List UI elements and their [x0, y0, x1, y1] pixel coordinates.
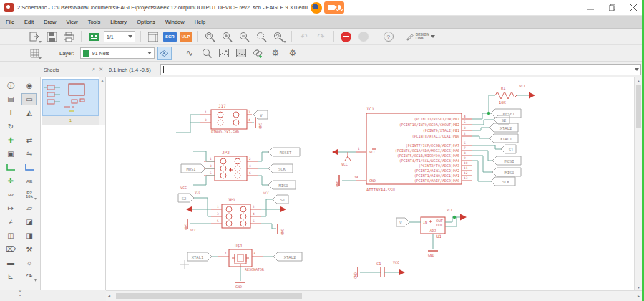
supply-gnd-jp1-right[interactable]: GND — [261, 224, 285, 235]
flag-ic-reset[interactable]: RESET — [491, 109, 521, 118]
menu-tools[interactable]: Tools — [88, 19, 101, 25]
polygon-tool[interactable]: ▱ — [21, 202, 37, 214]
add-part-tool[interactable]: ✚ — [3, 134, 19, 146]
open-file-button[interactable] — [27, 30, 42, 44]
menu-options[interactable]: Options — [137, 19, 155, 25]
flag-ic-s2[interactable]: S2 — [494, 115, 509, 124]
split-tool[interactable]: ≠ — [3, 216, 19, 228]
replace-tool[interactable]: ▣ — [3, 148, 19, 160]
paste-tool[interactable]: ◨ — [21, 229, 37, 242]
component-jp1[interactable]: 1 2 3 4 5 6 JP1 — [211, 197, 261, 228]
pinswap-tool[interactable]: ⇄ — [21, 134, 37, 146]
component-j17[interactable]: 1 2 3 4 J17 PINHD-2X2-SMD — [200, 103, 252, 134]
horizontal-scroll-thumb[interactable] — [116, 293, 302, 299]
flag-ic-s1[interactable]: S1 — [501, 145, 516, 153]
display-layers-tool[interactable]: ▤ — [3, 93, 19, 105]
close-panel-icon[interactable]: ✕ — [99, 67, 103, 72]
net-xtal2[interactable] — [472, 128, 489, 130]
minimize-button[interactable] — [580, 0, 601, 15]
command-line-input[interactable] — [160, 64, 641, 75]
generate-board-button[interactable] — [87, 30, 101, 44]
run-ulp-button[interactable]: ULP — [180, 32, 192, 42]
net-sck[interactable] — [472, 161, 491, 181]
zoom-redraw-button[interactable] — [272, 30, 286, 44]
module-tool[interactable]: ↷ — [21, 270, 37, 282]
inspect-button[interactable] — [200, 47, 214, 60]
menu-edit[interactable]: Edit — [24, 19, 34, 25]
group-select-tool[interactable]: ▭ — [21, 93, 37, 105]
flag-res-xtal1[interactable]: XTAL1 — [187, 252, 218, 261]
component-jp2[interactable]: 1 2 3 4 5 6 JP2 — [204, 150, 258, 181]
net-j17-left[interactable] — [176, 115, 200, 133]
command-history-caret[interactable] — [635, 68, 639, 71]
signal-wave-button[interactable]: ∿ — [182, 47, 197, 60]
flag-u1-v[interactable]: V — [396, 218, 421, 226]
help-button[interactable]: ? — [381, 30, 396, 44]
horizontal-scrollbar[interactable]: ◂ ▸ — [106, 290, 642, 301]
layer-selector[interactable]: 91 Nets — [80, 47, 155, 59]
simulation-gear-button[interactable]: ⚙︎ — [286, 47, 300, 60]
miter-tool[interactable]: ◪ — [21, 216, 37, 228]
zoom-out-button[interactable] — [238, 30, 252, 44]
component-resonator[interactable]: 1 3 U$1 RESONATOR — [218, 243, 265, 272]
layer-settings-button[interactable] — [157, 47, 172, 60]
name-tool[interactable]: R2 — [3, 188, 19, 201]
net-arrow-right[interactable] — [261, 206, 286, 213]
flag-jp1-s1[interactable]: S1 — [261, 195, 288, 216]
flag-jp1-s2[interactable]: S2 — [178, 194, 211, 216]
paint-roller-tool[interactable]: ▬ — [3, 257, 19, 269]
zoom-in-button[interactable] — [220, 30, 235, 44]
sheet-selector[interactable]: 1/1 — [104, 31, 135, 42]
print-button[interactable] — [62, 30, 76, 44]
grid-button[interactable] — [27, 47, 42, 60]
flag-ic-mosi[interactable]: MOSI — [492, 156, 521, 165]
menu-help[interactable]: Help — [195, 19, 205, 25]
zoom-select-button[interactable] — [255, 30, 269, 44]
delete-tool[interactable]: ⌦ — [3, 243, 19, 255]
net-tool[interactable] — [3, 161, 19, 173]
component-r1[interactable]: R1 10K — [495, 86, 517, 105]
net-s2[interactable] — [472, 120, 494, 125]
settings-gear-button[interactable]: ⚙ — [268, 47, 283, 60]
scroll-left-arrow[interactable]: ◂ — [108, 293, 110, 298]
close-button[interactable] — [623, 0, 644, 15]
undock-panel-icon[interactable]: ↗ — [91, 67, 95, 72]
design-link-button[interactable]: DESIGN LINK — [406, 33, 435, 41]
ratsnest-tool[interactable]: ☼ — [21, 257, 37, 269]
attribute-tool[interactable]: ↦ — [3, 202, 19, 214]
stop-button[interactable] — [339, 30, 353, 44]
copy-tool[interactable]: ◫ — [3, 229, 19, 242]
supply-gnd-resonator[interactable]: GND — [235, 267, 245, 289]
gateswap-tool[interactable]: ⇋ — [21, 148, 37, 160]
component-c1[interactable]: GND C1 VCC — [353, 260, 405, 279]
sheet-frame-button[interactable] — [146, 30, 160, 44]
screen-share-indicator[interactable] — [324, 1, 344, 14]
flag-jp2-reset[interactable]: RESET — [268, 148, 300, 156]
vertical-scrollbar[interactable]: ▴ ▾ — [634, 77, 642, 290]
image-export-button[interactable] — [217, 47, 231, 60]
component-ic1[interactable]: IC1 ATTINY44-SSU 1 14 VCC GND 4 5 3 2 6 … — [354, 106, 472, 192]
palette-expand-chevron[interactable]: ⌄⌄ — [0, 287, 40, 296]
value-tool[interactable]: R210k — [21, 188, 37, 201]
move-tool[interactable]: ✛ — [3, 107, 19, 119]
junction-tool[interactable]: ✜ — [3, 175, 19, 187]
panel-scrollbar[interactable]: ▴ — [99, 77, 105, 125]
scroll-right-arrow[interactable]: ▸ — [638, 293, 640, 298]
flag-ic-miso[interactable]: MISO — [492, 168, 521, 176]
wrench-tool[interactable]: ⚒ — [21, 243, 37, 255]
flag-ic-xtal2[interactable]: XTAL2 — [489, 123, 518, 132]
supply-vcc-jp1-right[interactable]: VCC — [263, 191, 269, 195]
menu-window[interactable]: Window — [165, 19, 185, 25]
menu-view[interactable]: View — [67, 19, 78, 25]
menu-library[interactable]: Library — [110, 19, 127, 25]
menu-file[interactable]: File — [6, 19, 14, 25]
supply-vcc-jp2[interactable]: VCC — [180, 186, 187, 190]
supply-vcc-jp1-left[interactable]: VCC — [195, 191, 200, 194]
save-button[interactable] — [44, 30, 59, 44]
rotate-tool[interactable]: ↻ — [3, 120, 19, 133]
flag-ic-xtal1[interactable]: XTAL1 — [489, 134, 518, 143]
firefox-icon[interactable] — [311, 2, 322, 14]
sheet-thumbnail-label[interactable]: 1 — [42, 116, 99, 125]
bus-tool[interactable] — [21, 161, 37, 173]
net-xtal1[interactable] — [472, 136, 489, 138]
